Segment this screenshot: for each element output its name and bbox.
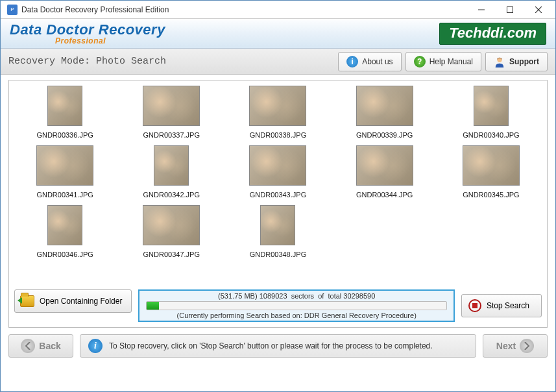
thumbnail-image bbox=[260, 205, 295, 245]
minimize-icon bbox=[478, 6, 485, 13]
stop-search-label: Stop Search bbox=[487, 301, 529, 310]
info-icon: i bbox=[88, 339, 103, 353]
result-item[interactable]: GNDR00345.JPG bbox=[439, 143, 543, 201]
result-item[interactable]: GNDR00344.JPG bbox=[333, 143, 437, 201]
thumbnail-filename: GNDR00344.JPG bbox=[356, 191, 413, 199]
thumbnail-filename: GNDR00343.JPG bbox=[250, 191, 306, 199]
vendor-logo: Techddi.com bbox=[439, 23, 546, 45]
help-icon: ? bbox=[414, 56, 426, 67]
maximize-button[interactable] bbox=[496, 1, 524, 19]
help-manual-button[interactable]: ? Help Manual bbox=[405, 52, 481, 71]
progress-procedure-label: (Currently performing Search based on: D… bbox=[146, 312, 447, 319]
thumbnail-image bbox=[249, 86, 306, 126]
window-titlebar: P Data Doctor Recovery Professional Edit… bbox=[1, 1, 555, 19]
thumbnail-filename: GNDR00341.JPG bbox=[36, 191, 93, 199]
result-item[interactable]: GNDR00336.JPG bbox=[13, 83, 117, 141]
thumbnail-image bbox=[143, 205, 200, 245]
result-item[interactable]: GNDR00342.JPG bbox=[119, 143, 223, 201]
footer-info-text: To Stop recovery, click on 'Stop Search'… bbox=[109, 341, 433, 350]
open-containing-folder-button[interactable]: Open Containing Folder bbox=[14, 289, 132, 313]
toolbar: Recovery Mode: Photo Search i About us ?… bbox=[1, 49, 555, 75]
thumbnail-image bbox=[47, 205, 82, 245]
window-title: Data Doctor Recovery Professional Editio… bbox=[21, 5, 467, 14]
result-item[interactable]: GNDR00343.JPG bbox=[226, 143, 330, 201]
result-item[interactable]: GNDR00347.JPG bbox=[119, 202, 223, 261]
maximize-icon bbox=[507, 6, 513, 13]
open-folder-label: Open Containing Folder bbox=[40, 297, 122, 306]
result-item[interactable]: GNDR00348.JPG bbox=[226, 202, 330, 261]
svg-rect-1 bbox=[507, 6, 513, 12]
thumbnail-image bbox=[356, 86, 413, 126]
stop-search-button[interactable]: Stop Search bbox=[461, 294, 542, 317]
support-button[interactable]: Support bbox=[485, 52, 548, 71]
folder-open-icon bbox=[20, 295, 34, 307]
result-item[interactable]: GNDR00346.JPG bbox=[13, 202, 117, 261]
thumbnail-filename: GNDR00339.JPG bbox=[356, 131, 413, 139]
close-icon bbox=[535, 6, 542, 13]
thumbnail-image bbox=[154, 145, 189, 186]
footer: Back i To Stop recovery, click on 'Stop … bbox=[1, 330, 555, 364]
support-person-icon bbox=[494, 56, 505, 67]
main-area: GNDR00336.JPGGNDR00337.JPGGNDR00338.JPGG… bbox=[1, 75, 555, 330]
chevron-left-icon bbox=[21, 339, 35, 353]
thumbnail-filename: GNDR00337.JPG bbox=[143, 131, 200, 139]
result-item[interactable]: GNDR00337.JPG bbox=[119, 83, 223, 141]
thumbnail-filename: GNDR00342.JPG bbox=[143, 191, 200, 199]
window-controls bbox=[467, 1, 553, 19]
about-button-label: About us bbox=[362, 57, 393, 66]
results-scroll-area[interactable]: GNDR00336.JPGGNDR00337.JPGGNDR00338.JPGG… bbox=[9, 80, 547, 286]
thumbnail-filename: GNDR00346.JPG bbox=[36, 251, 93, 258]
thumbnail-filename: GNDR00340.JPG bbox=[463, 131, 519, 139]
thumbnail-filename: GNDR00336.JPG bbox=[36, 131, 93, 139]
thumbnail-filename: GNDR00345.JPG bbox=[463, 191, 519, 199]
thumbnail-image bbox=[474, 86, 509, 126]
result-item[interactable]: GNDR00340.JPG bbox=[439, 83, 543, 141]
stop-icon bbox=[468, 299, 481, 312]
header-banner: Data Doctor Recovery Professional Techdd… bbox=[1, 19, 555, 49]
product-brand: Data Doctor Recovery Professional bbox=[10, 21, 165, 45]
chevron-right-icon bbox=[520, 339, 534, 353]
next-button-label: Next bbox=[496, 341, 516, 351]
action-row: Open Containing Folder (531.75 MB) 10890… bbox=[9, 286, 547, 327]
progress-bar bbox=[146, 301, 447, 310]
results-frame: GNDR00336.JPGGNDR00337.JPGGNDR00338.JPGG… bbox=[8, 80, 548, 328]
thumbnail-image bbox=[143, 86, 200, 126]
results-grid: GNDR00336.JPGGNDR00337.JPGGNDR00338.JPGG… bbox=[13, 83, 543, 261]
minimize-button[interactable] bbox=[467, 1, 496, 19]
thumbnail-image bbox=[463, 145, 520, 186]
info-icon: i bbox=[346, 56, 358, 67]
thumbnail-image bbox=[47, 86, 82, 126]
back-button[interactable]: Back bbox=[8, 334, 73, 358]
thumbnail-filename: GNDR00338.JPG bbox=[250, 131, 306, 139]
thumbnail-filename: GNDR00348.JPG bbox=[250, 251, 306, 258]
app-icon: P bbox=[7, 5, 18, 15]
result-item[interactable]: GNDR00338.JPG bbox=[226, 83, 330, 141]
help-manual-label: Help Manual bbox=[429, 57, 473, 66]
footer-info-strip: i To Stop recovery, click on 'Stop Searc… bbox=[80, 334, 476, 358]
thumbnail-image bbox=[249, 145, 306, 186]
support-button-label: Support bbox=[509, 57, 539, 66]
progress-bar-fill bbox=[147, 302, 158, 310]
thumbnail-image bbox=[36, 145, 93, 186]
thumbnail-image bbox=[356, 145, 413, 186]
about-button[interactable]: i About us bbox=[338, 52, 401, 71]
next-button[interactable]: Next bbox=[483, 334, 548, 358]
back-button-label: Back bbox=[39, 341, 60, 351]
close-button[interactable] bbox=[524, 1, 553, 19]
search-progress-panel: (531.75 MB) 1089023 sectors of total 302… bbox=[138, 289, 455, 322]
recovery-mode-label: Recovery Mode: Photo Search bbox=[8, 56, 334, 67]
result-item[interactable]: GNDR00339.JPG bbox=[333, 83, 437, 141]
result-item[interactable]: GNDR00341.JPG bbox=[13, 143, 117, 201]
progress-stats-text: (531.75 MB) 1089023 sectors of total 302… bbox=[146, 292, 447, 300]
thumbnail-filename: GNDR00347.JPG bbox=[143, 251, 200, 258]
